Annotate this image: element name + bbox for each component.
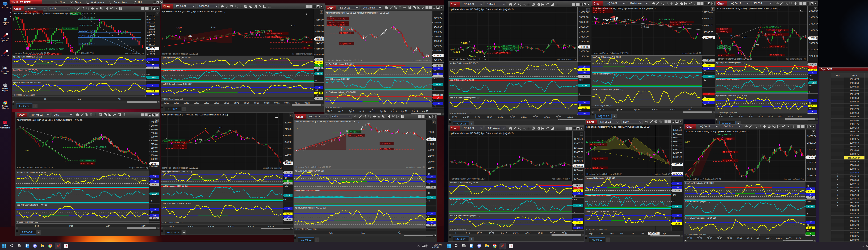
svg-text:60: 60 bbox=[807, 224, 809, 226]
svg-text:ES 06-22: ES 06-22 bbox=[176, 5, 186, 8]
svg-text:Apr 3: Apr 3 bbox=[338, 110, 343, 113]
svg-text:Feb: Feb bbox=[642, 232, 645, 235]
svg-text:60: 60 bbox=[434, 99, 436, 102]
svg-text:4350.00: 4350.00 bbox=[434, 40, 442, 42]
svg-text:35.4: 35.4 bbox=[151, 90, 155, 92]
svg-text:Chart: Chart bbox=[14, 7, 21, 10]
svg-text:30: 30 bbox=[676, 220, 679, 222]
svg-text:1.130 (OB) (13143.25): 1.130 (OB) (13143.25) bbox=[766, 29, 785, 31]
svg-text:0.886 (OB) (4199...: 0.886 (OB) (4199... bbox=[266, 36, 282, 38]
svg-text:55.06: 55.06 bbox=[582, 69, 587, 71]
svg-text:2.618 (XA) (4522.75): 2.618 (XA) (4522.75) bbox=[327, 24, 345, 26]
svg-text:D: D bbox=[642, 15, 644, 18]
svg-text:Chart: Chart bbox=[296, 115, 303, 118]
svg-text:T1: (13122.25): T1: (13122.25) bbox=[723, 151, 735, 153]
svg-text:13600.00: 13600.00 bbox=[579, 21, 589, 23]
svg-text:13700.00: 13700.00 bbox=[574, 138, 583, 140]
svg-text:HOP: (12950.00): HOP: (12950.00) bbox=[718, 55, 732, 56]
svg-text:A: A bbox=[731, 34, 732, 36]
svg-text:4700.00: 4700.00 bbox=[147, 15, 155, 18]
svg-text:T2: (13056.75): T2: (13056.75) bbox=[723, 160, 735, 162]
svg-text:02:00: 02:00 bbox=[487, 116, 492, 119]
svg-text:RTY 06-22: RTY 06-22 bbox=[31, 113, 42, 116]
svg-text:Apr 6: Apr 6 bbox=[349, 110, 354, 113]
svg-text:55.02: 55.02 bbox=[317, 61, 322, 64]
svg-text:4150.00: 4150.00 bbox=[434, 59, 442, 61]
svg-text:Harmonic Pattern Collection v2: Harmonic Pattern Collection v20.12.16 bbox=[162, 167, 198, 169]
svg-text:F: F bbox=[581, 133, 582, 135]
svg-text:20: 20 bbox=[428, 183, 430, 186]
svg-text:13089.25: 13089.25 bbox=[673, 163, 682, 165]
svg-text:hpcRSIBammIndicator (ES 06-22): hpcRSIBammIndicator (ES 06-22) bbox=[13, 81, 43, 83]
svg-text:0: 0 bbox=[807, 213, 808, 215]
svg-text:30: 30 bbox=[437, 73, 439, 75]
svg-text:85.03: 85.03 bbox=[436, 65, 441, 67]
svg-text:T1: (2106.4): T1: (2106.4) bbox=[96, 146, 106, 148]
svg-text:4500.00: 4500.00 bbox=[147, 28, 155, 30]
svg-text:1.618: 1.618 bbox=[624, 19, 631, 22]
svg-text:Apr: Apr bbox=[106, 225, 110, 227]
svg-text:240 Minute: 240 Minute bbox=[363, 6, 375, 9]
svg-text:0: 0 bbox=[574, 211, 575, 213]
svg-text:13094.50: 13094.50 bbox=[850, 82, 859, 84]
svg-text:2.000: 2.000 bbox=[25, 150, 29, 152]
svg-text:13000.00: 13000.00 bbox=[809, 48, 818, 51]
svg-text:51.57: 51.57 bbox=[808, 227, 813, 229]
svg-text:hpcRSIBammIndicator (NQ 06-22): hpcRSIBammIndicator (NQ 06-22) bbox=[586, 210, 617, 212]
svg-text:0.886: 0.886 bbox=[610, 17, 617, 20]
svg-text:70: 70 bbox=[287, 174, 289, 177]
svg-text:Apr 18: Apr 18 bbox=[616, 108, 622, 111]
svg-text:13400.00: 13400.00 bbox=[579, 30, 589, 33]
svg-text:2400.0: 2400.0 bbox=[151, 124, 158, 127]
svg-text:54.71: 54.71 bbox=[576, 190, 581, 192]
svg-text:30: 30 bbox=[812, 111, 814, 113]
svg-text:© 2022 NinjaTrader, LLC: © 2022 NinjaTrader, LLC bbox=[17, 221, 38, 223]
svg-text:52.67: 52.67 bbox=[576, 204, 581, 207]
svg-text:hpcHSIIndicator (NQ 06-22): hpcHSIIndicator (NQ 06-22) bbox=[592, 73, 617, 75]
svg-text:Apr 14: Apr 14 bbox=[598, 108, 604, 111]
svg-text:0: 0 bbox=[579, 93, 580, 95]
svg-text:30: 30 bbox=[810, 193, 812, 196]
svg-text:Chart: Chart bbox=[593, 2, 600, 5]
svg-text:8.95: 8.95 bbox=[809, 196, 813, 198]
svg-text:70: 70 bbox=[708, 93, 710, 95]
svg-text:4400.00: 4400.00 bbox=[147, 34, 155, 36]
svg-text:20: 20 bbox=[704, 104, 706, 106]
svg-text:08:31: 08:31 bbox=[738, 115, 743, 118]
svg-text:Buy: Buy bbox=[836, 74, 840, 77]
svg-text:1950.0: 1950.0 bbox=[428, 131, 435, 133]
svg-text:08:22: 08:22 bbox=[184, 102, 189, 104]
svg-text:100: 100 bbox=[673, 194, 676, 196]
svg-text:Apr: Apr bbox=[663, 232, 666, 235]
svg-text:51.94: 51.94 bbox=[317, 92, 322, 94]
svg-text:hpcAmpRSIIndicator (ES 06-22): hpcAmpRSIIndicator (ES 06-22) bbox=[326, 63, 354, 65]
svg-text:hpcPatternsIndicator (RTY 06-2: hpcPatternsIndicator (RTY 06-22), hpcHSI… bbox=[17, 119, 83, 121]
svg-text:0: 0 bbox=[151, 200, 152, 202]
svg-text:Daily: Daily bbox=[50, 7, 56, 10]
svg-text:hpcHSIIndicator (NQ 06-22): hpcHSIIndicator (NQ 06-22) bbox=[685, 200, 710, 202]
svg-text:2.240 (ХА) (4545.00): 2.240 (ХА) (4545.00) bbox=[327, 22, 345, 24]
svg-text:13088.50: 13088.50 bbox=[850, 171, 859, 174]
svg-text:13092.50: 13092.50 bbox=[850, 112, 859, 114]
svg-text:0.886 (OB) (13005.75): 0.886 (OB) (13005.75) bbox=[498, 50, 517, 52]
svg-text:hpc patterns found: [3]: hpc patterns found: [3] bbox=[125, 52, 144, 54]
svg-text:52.82: 52.82 bbox=[582, 107, 587, 109]
svg-text:08:19: 08:19 bbox=[174, 102, 179, 104]
svg-text:86.75: 86.75 bbox=[810, 63, 815, 66]
svg-text:4: 4 bbox=[837, 197, 838, 200]
svg-text:09:01: 09:01 bbox=[274, 102, 279, 104]
svg-text:20: 20 bbox=[434, 105, 436, 107]
svg-text:F: F bbox=[441, 12, 442, 15]
svg-text:hpcPatternsIndicator (ES 06-22: hpcPatternsIndicator (ES 06-22), hpcHSIA… bbox=[162, 10, 225, 13]
svg-text:100: 100 bbox=[807, 200, 810, 203]
svg-text:14.02: 14.02 bbox=[675, 189, 680, 192]
svg-text:4400.00: 4400.00 bbox=[434, 35, 442, 38]
svg-text:13093.50: 13093.50 bbox=[850, 97, 859, 99]
svg-text:Chart: Chart bbox=[587, 121, 594, 123]
svg-text:HOP: (13170.00): HOP: (13170.00) bbox=[766, 26, 780, 28]
svg-text:NQ 06-22: NQ 06-22 bbox=[600, 120, 611, 123]
svg-text:+: + bbox=[183, 231, 185, 234]
svg-text:80: 80 bbox=[428, 192, 430, 194]
svg-text:100: 100 bbox=[434, 77, 437, 80]
svg-text:hpcHSIIndicator (ES 06-22): hpcHSIIndicator (ES 06-22) bbox=[162, 69, 186, 71]
